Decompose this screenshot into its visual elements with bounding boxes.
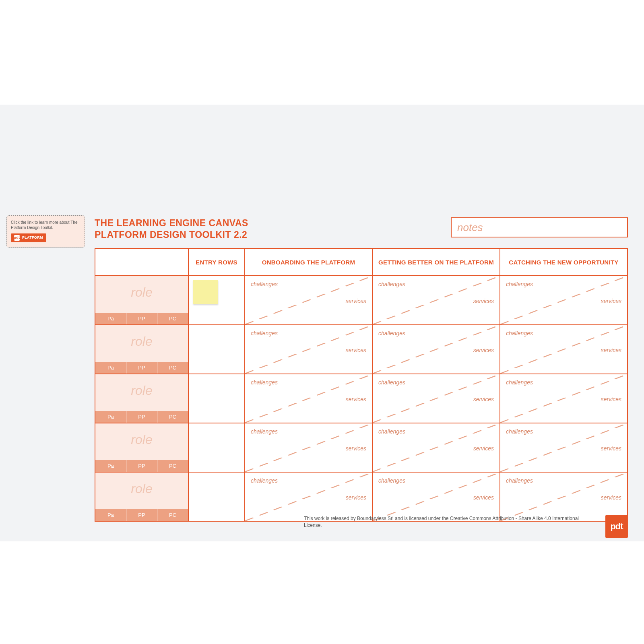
header-catching-opportunity: CATCHING THE NEW OPPORTUNITY bbox=[500, 249, 627, 275]
services-label: services bbox=[601, 445, 621, 452]
role-label: role bbox=[95, 285, 188, 300]
role-tab[interactable]: PC bbox=[157, 411, 188, 423]
challenges-label: challenges bbox=[506, 477, 533, 484]
header-onboarding: ONBOARDING THE PLATFORM bbox=[244, 249, 372, 275]
challenges-label: challenges bbox=[251, 477, 278, 484]
table-row: rolePaPPPCchallengesserviceschallengesse… bbox=[95, 324, 627, 374]
canvas-title: THE LEARNING ENGINE CANVAS PLATFORM DESI… bbox=[95, 217, 248, 241]
role-tab[interactable]: PP bbox=[126, 460, 157, 472]
phase-cell[interactable]: challengesservices bbox=[244, 423, 372, 472]
role-tab[interactable]: PC bbox=[157, 362, 188, 374]
role-tab[interactable]: PC bbox=[157, 460, 188, 472]
table-row: rolePaPPPCchallengesserviceschallengesse… bbox=[95, 423, 627, 472]
challenges-label: challenges bbox=[378, 281, 405, 287]
phase-cell[interactable]: challengesservices bbox=[244, 473, 372, 521]
challenges-label: challenges bbox=[506, 379, 533, 386]
services-label: services bbox=[346, 396, 366, 402]
header-entry-rows: ENTRY ROWS bbox=[188, 249, 244, 275]
challenges-label: challenges bbox=[506, 330, 533, 336]
role-tab[interactable]: PC bbox=[157, 313, 188, 324]
phase-cell[interactable]: challengesservices bbox=[372, 423, 500, 472]
services-label: services bbox=[346, 494, 366, 501]
challenges-label: challenges bbox=[378, 428, 405, 435]
table-row: rolePaPPPCchallengesserviceschallengesse… bbox=[95, 276, 627, 324]
challenges-label: challenges bbox=[251, 379, 278, 386]
role-label: role bbox=[95, 481, 188, 496]
header-getting-better: GETTING BETTER ON THE PLATFORM bbox=[372, 249, 500, 275]
entry-cell[interactable] bbox=[188, 473, 244, 521]
phase-cell[interactable]: challengesservices bbox=[372, 325, 500, 374]
role-cell[interactable]: rolePaPPPC bbox=[95, 423, 188, 472]
challenges-label: challenges bbox=[506, 428, 533, 435]
role-cell[interactable]: rolePaPPPC bbox=[95, 374, 188, 423]
role-tab[interactable]: Pa bbox=[95, 460, 126, 472]
phase-cell[interactable]: challengesservices bbox=[500, 473, 627, 521]
phase-cell[interactable]: challengesservices bbox=[500, 276, 627, 324]
phase-cell[interactable]: challengesservices bbox=[244, 276, 372, 324]
challenges-label: challenges bbox=[251, 281, 278, 287]
header: THE LEARNING ENGINE CANVAS PLATFORM DESI… bbox=[95, 217, 628, 241]
info-callout[interactable]: Click the link to learn more about The P… bbox=[6, 215, 85, 248]
canvas-stage: Click the link to learn more about The P… bbox=[0, 105, 644, 541]
role-tab[interactable]: PP bbox=[126, 411, 157, 423]
table-row: rolePaPPPCchallengesserviceschallengesse… bbox=[95, 374, 627, 423]
header-row: ENTRY ROWS ONBOARDING THE PLATFORM GETTI… bbox=[95, 249, 627, 276]
title-line-2: PLATFORM DESIGN TOOLKIT 2.2 bbox=[95, 229, 248, 241]
role-cell[interactable]: rolePaPPPC bbox=[95, 325, 188, 374]
challenges-label: challenges bbox=[251, 428, 278, 435]
pdt-badge-icon: pdt bbox=[14, 235, 20, 241]
phase-cell[interactable]: challengesservices bbox=[500, 374, 627, 423]
entry-cell[interactable] bbox=[188, 423, 244, 472]
phase-cell[interactable]: challengesservices bbox=[244, 325, 372, 374]
phase-cell[interactable]: challengesservices bbox=[372, 473, 500, 521]
role-label: role bbox=[95, 383, 188, 398]
header-blank bbox=[95, 249, 188, 275]
services-label: services bbox=[601, 494, 621, 501]
entry-cell[interactable] bbox=[188, 276, 244, 324]
services-label: services bbox=[601, 347, 621, 353]
challenges-label: challenges bbox=[378, 477, 405, 484]
services-label: services bbox=[473, 396, 494, 402]
role-cell[interactable]: rolePaPPPC bbox=[95, 276, 188, 324]
notes-placeholder: notes bbox=[457, 221, 483, 234]
entry-cell[interactable] bbox=[188, 374, 244, 423]
phase-cell[interactable]: challengesservices bbox=[500, 423, 627, 472]
entry-cell[interactable] bbox=[188, 325, 244, 374]
role-tab[interactable]: PP bbox=[126, 362, 157, 374]
challenges-label: challenges bbox=[378, 379, 405, 386]
role-tab[interactable]: Pa bbox=[95, 313, 126, 324]
notes-input[interactable]: notes bbox=[451, 217, 628, 237]
role-tabs: PaPPPC bbox=[95, 362, 188, 374]
phase-cell[interactable]: challengesservices bbox=[500, 325, 627, 374]
role-tab[interactable]: PP bbox=[126, 313, 157, 324]
info-text: Click the link to learn more about The P… bbox=[11, 220, 80, 230]
role-cell[interactable]: rolePaPPPC bbox=[95, 473, 188, 521]
services-label: services bbox=[473, 347, 494, 353]
phase-cell[interactable]: challengesservices bbox=[244, 374, 372, 423]
pdt-badge[interactable]: pdt PLATFORM bbox=[11, 233, 46, 242]
phase-cell[interactable]: challengesservices bbox=[372, 276, 500, 324]
phase-cell[interactable]: challengesservices bbox=[372, 374, 500, 423]
role-tab[interactable]: Pa bbox=[95, 411, 126, 423]
challenges-label: challenges bbox=[378, 330, 405, 336]
challenges-label: challenges bbox=[251, 330, 278, 336]
challenges-label: challenges bbox=[506, 281, 533, 287]
services-label: services bbox=[346, 445, 366, 452]
role-tab[interactable]: Pa bbox=[95, 362, 126, 374]
services-label: services bbox=[601, 396, 621, 402]
services-label: services bbox=[346, 347, 366, 353]
role-label: role bbox=[95, 432, 188, 447]
role-tabs: PaPPPC bbox=[95, 460, 188, 472]
role-tabs: PaPPPC bbox=[95, 411, 188, 423]
services-label: services bbox=[473, 445, 494, 452]
sticky-note[interactable] bbox=[193, 280, 218, 304]
canvas-grid: ENTRY ROWS ONBOARDING THE PLATFORM GETTI… bbox=[95, 248, 628, 522]
title-line-1: THE LEARNING ENGINE CANVAS bbox=[95, 217, 248, 229]
footer: This work is released by Boundaryless Sr… bbox=[95, 515, 628, 538]
services-label: services bbox=[473, 494, 494, 501]
services-label: services bbox=[346, 298, 366, 304]
table-row: rolePaPPPCchallengesserviceschallengesse… bbox=[95, 472, 627, 521]
services-label: services bbox=[601, 298, 621, 304]
pdt-badge-text: PLATFORM bbox=[22, 235, 43, 240]
role-label: role bbox=[95, 334, 188, 349]
